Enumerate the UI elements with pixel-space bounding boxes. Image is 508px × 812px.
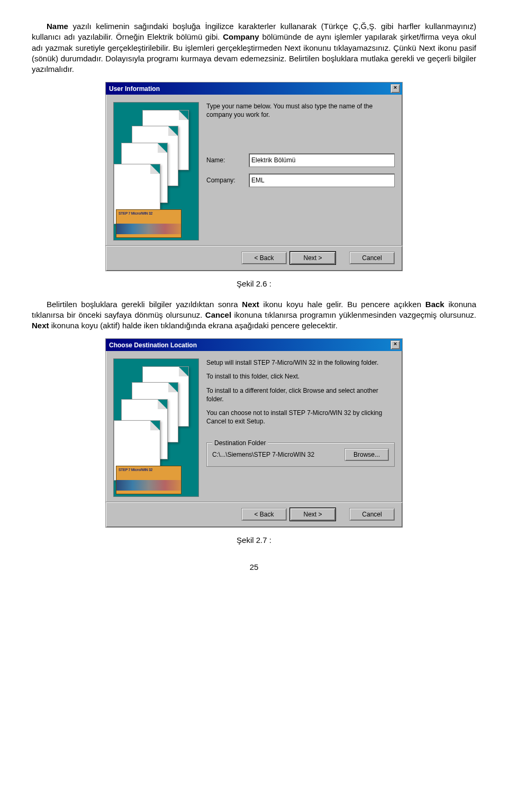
close-icon[interactable]: × (391, 84, 400, 93)
desc-line: Setup will install STEP 7-Micro/WIN 32 i… (206, 358, 395, 367)
wizard-side-image (113, 358, 199, 497)
user-information-dialog: User Information × Type your name below.… (105, 82, 403, 271)
cancel-button[interactable]: Cancel (349, 508, 395, 521)
page-number: 25 (32, 562, 476, 573)
desc-line: To install to a different folder, click … (206, 386, 395, 403)
paragraph-2: Belirtilen boşluklara gerekli bilgiler y… (32, 299, 476, 331)
titlebar: User Information × (106, 82, 402, 95)
figure-caption-1: Şekil 2.6 : (32, 279, 476, 289)
company-label: Company: (206, 176, 249, 184)
group-legend: Destination Folder (212, 439, 268, 447)
close-icon[interactable]: × (391, 340, 400, 349)
destination-dialog: Choose Destination Location × Setup will… (105, 338, 403, 528)
figure-caption-2: Şekil 2.7 : (32, 535, 476, 546)
bold-company: Company (223, 32, 259, 41)
dialog-description: Type your name below. You must also type… (206, 102, 395, 119)
next-button[interactable]: Next > (290, 252, 335, 264)
wizard-side-image (113, 102, 199, 241)
dialog-title: Choose Destination Location (109, 341, 197, 349)
desc-line: To install to this folder, click Next. (206, 372, 395, 381)
back-button[interactable]: < Back (241, 508, 287, 521)
destination-path: C:\...\Siemens\STEP 7-MicroWIN 32 (212, 450, 314, 459)
bold-name: Name (47, 22, 68, 31)
company-input[interactable] (249, 173, 395, 187)
name-label: Name: (206, 156, 249, 164)
destination-folder-group: Destination Folder C:\...\Siemens\STEP 7… (206, 442, 395, 467)
back-button[interactable]: < Back (241, 252, 287, 264)
cancel-button[interactable]: Cancel (349, 252, 395, 264)
browse-button[interactable]: Browse... (344, 448, 389, 461)
dialog-title: User Information (109, 85, 160, 93)
name-input[interactable] (249, 153, 395, 167)
titlebar: Choose Destination Location × (106, 339, 402, 351)
desc-line: You can choose not to install STEP 7-Mic… (206, 409, 395, 426)
paragraph-1: Name yazılı kelimenin sağındaki boşluğa … (32, 21, 476, 75)
next-button[interactable]: Next > (290, 508, 335, 521)
